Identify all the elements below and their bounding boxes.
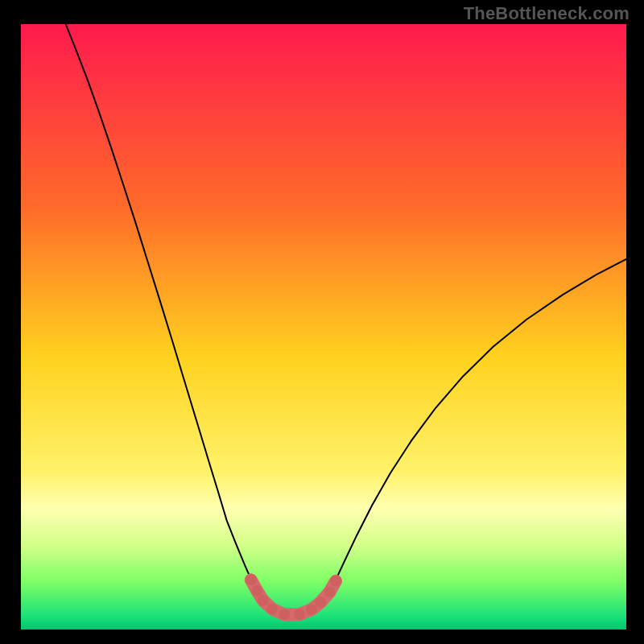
chart-plot bbox=[21, 24, 626, 630]
series-highlight-dots-point bbox=[246, 574, 257, 585]
series-highlight-dots-point bbox=[251, 585, 262, 597]
series-highlight-dots-point bbox=[324, 586, 336, 597]
series-highlight-dots-point bbox=[258, 595, 269, 606]
series-highlight-dots-point bbox=[279, 609, 290, 620]
chart-frame: TheBottleneck.com bbox=[0, 0, 644, 644]
series-highlight-dots-point bbox=[306, 604, 317, 615]
chart-svg bbox=[21, 24, 626, 630]
chart-background bbox=[21, 24, 626, 630]
series-highlight-dots-point bbox=[330, 576, 341, 587]
series-highlight-dots-point bbox=[266, 603, 278, 614]
watermark-text: TheBottleneck.com bbox=[464, 3, 630, 24]
series-highlight-dots-point bbox=[294, 609, 305, 620]
series-highlight-dots-point bbox=[315, 597, 326, 608]
